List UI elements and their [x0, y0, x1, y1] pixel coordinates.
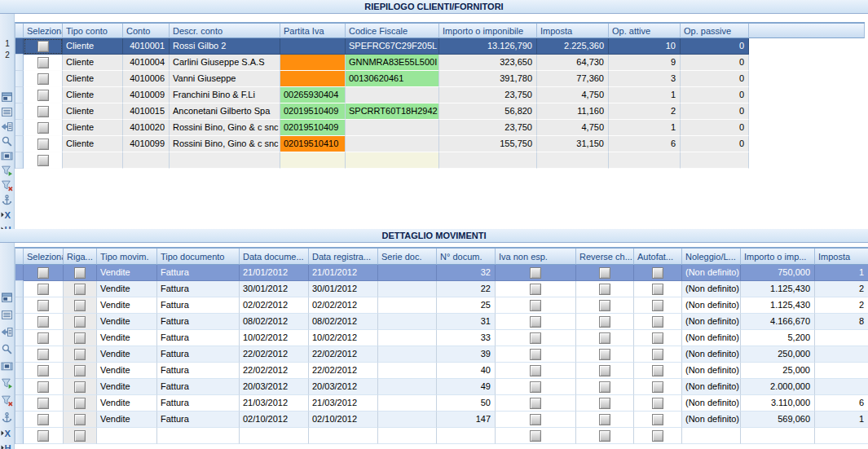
checkbox[interactable]: [74, 300, 86, 311]
export-x-icon[interactable]: X: [1, 209, 13, 221]
checkbox[interactable]: [652, 430, 663, 442]
filmstrip-icon[interactable]: [1, 360, 13, 372]
checkbox[interactable]: [652, 349, 663, 360]
checkbox[interactable]: [74, 365, 86, 376]
checkbox[interactable]: [74, 381, 86, 393]
checkbox[interactable]: [530, 332, 541, 344]
column-header-tipo_conto[interactable]: Tipo conto: [63, 24, 123, 38]
checkbox[interactable]: [37, 349, 49, 360]
checkbox[interactable]: [599, 381, 610, 393]
detail-view-icon[interactable]: [1, 121, 13, 133]
checkbox[interactable]: [599, 398, 610, 409]
row-indicator[interactable]: [15, 330, 24, 346]
checkbox[interactable]: [74, 332, 86, 344]
column-header-noleggio[interactable]: Noleggio/L...: [682, 249, 741, 265]
checkbox[interactable]: [530, 284, 541, 295]
checkbox[interactable]: [652, 300, 663, 311]
row-indicator[interactable]: [15, 395, 24, 412]
checkbox[interactable]: [37, 365, 49, 376]
checkbox[interactable]: [37, 430, 49, 442]
checkbox[interactable]: [74, 316, 86, 328]
detail-view-icon[interactable]: [1, 326, 13, 338]
column-header-importo[interactable]: Importo o imp...: [741, 249, 815, 265]
list-icon[interactable]: [1, 106, 13, 118]
column-header-n_docum[interactable]: N° docum.: [437, 249, 496, 265]
column-header-partita_iva[interactable]: Partita Iva: [280, 24, 346, 38]
checkbox[interactable]: [37, 139, 49, 150]
row-indicator[interactable]: [15, 346, 24, 363]
anchor-icon[interactable]: [1, 412, 13, 424]
row-indicator[interactable]: [15, 379, 24, 395]
checkbox[interactable]: [37, 414, 49, 425]
checkbox[interactable]: [37, 122, 49, 134]
checkbox[interactable]: [37, 73, 49, 85]
column-header-op_passive[interactable]: Op. passive: [681, 24, 749, 38]
checkbox[interactable]: [530, 414, 541, 425]
checkbox[interactable]: [530, 365, 541, 376]
checkbox[interactable]: [37, 57, 49, 68]
column-header-data_documento[interactable]: Data docume...: [240, 249, 309, 265]
filter-clear-icon[interactable]: [1, 179, 13, 191]
row-indicator[interactable]: [15, 136, 24, 152]
checkbox[interactable]: [37, 381, 49, 393]
row-indicator[interactable]: [15, 120, 24, 136]
column-header-data_registrazione[interactable]: Data registra...: [309, 249, 378, 265]
column-header-imposta[interactable]: Imposta: [815, 249, 868, 265]
row-indicator[interactable]: [15, 363, 24, 379]
column-header-autofat[interactable]: Autofat...: [634, 249, 682, 265]
checkbox[interactable]: [599, 430, 610, 442]
checkbox[interactable]: [37, 267, 49, 279]
checkbox[interactable]: [652, 414, 663, 425]
row-indicator[interactable]: [15, 55, 24, 71]
row-indicator[interactable]: [15, 297, 24, 314]
layout-icon[interactable]: [1, 91, 13, 103]
checkbox[interactable]: [652, 267, 663, 279]
checkbox[interactable]: [74, 267, 86, 279]
checkbox[interactable]: [599, 316, 610, 328]
checkbox[interactable]: [530, 349, 541, 360]
checkbox[interactable]: [37, 284, 49, 295]
checkbox[interactable]: [530, 430, 541, 442]
checkbox[interactable]: [74, 349, 86, 360]
column-header-codice_fiscale[interactable]: Codice Fiscale: [346, 24, 439, 38]
checkbox[interactable]: [652, 381, 663, 393]
row-indicator[interactable]: [15, 265, 24, 281]
checkbox[interactable]: [74, 284, 86, 295]
checkbox[interactable]: [37, 155, 49, 166]
checkbox[interactable]: [74, 414, 86, 425]
checkbox[interactable]: [652, 398, 663, 409]
export-h-icon[interactable]: H: [1, 442, 13, 449]
checkbox[interactable]: [599, 349, 610, 360]
checkbox[interactable]: [37, 106, 49, 117]
search-icon[interactable]: [1, 343, 13, 355]
list-icon[interactable]: [1, 309, 13, 321]
checkbox[interactable]: [37, 300, 49, 311]
column-header-tipo_documento[interactable]: Tipo documento: [157, 249, 240, 265]
checkbox[interactable]: [599, 267, 610, 279]
row-indicator[interactable]: [15, 103, 24, 120]
row-indicator[interactable]: [15, 428, 24, 444]
checkbox[interactable]: [37, 316, 49, 328]
column-header-op_attive[interactable]: Op. attive: [609, 24, 681, 38]
checkbox[interactable]: [652, 365, 663, 376]
checkbox[interactable]: [37, 41, 49, 52]
row-indicator[interactable]: [15, 87, 24, 103]
row-indicator[interactable]: [15, 152, 24, 169]
checkbox[interactable]: [530, 300, 541, 311]
column-header-importo[interactable]: Importo o imponibile: [439, 24, 537, 38]
row-indicator[interactable]: [15, 281, 24, 297]
filter-apply-icon[interactable]: [1, 377, 13, 390]
checkbox[interactable]: [599, 332, 610, 344]
checkbox[interactable]: [530, 267, 541, 279]
checkbox[interactable]: [652, 332, 663, 344]
column-header-seleziona[interactable]: Seleziona: [24, 249, 64, 265]
search-icon[interactable]: [1, 135, 13, 147]
checkbox[interactable]: [652, 284, 663, 295]
row-indicator[interactable]: [15, 412, 24, 428]
column-header-seleziona[interactable]: Seleziona: [24, 24, 63, 38]
checkbox[interactable]: [599, 414, 610, 425]
row-indicator[interactable]: [15, 38, 24, 55]
column-header-iva_non_esp[interactable]: Iva non esp.: [496, 249, 576, 265]
column-header-imposta[interactable]: Imposta: [537, 24, 609, 38]
checkbox[interactable]: [37, 332, 49, 344]
